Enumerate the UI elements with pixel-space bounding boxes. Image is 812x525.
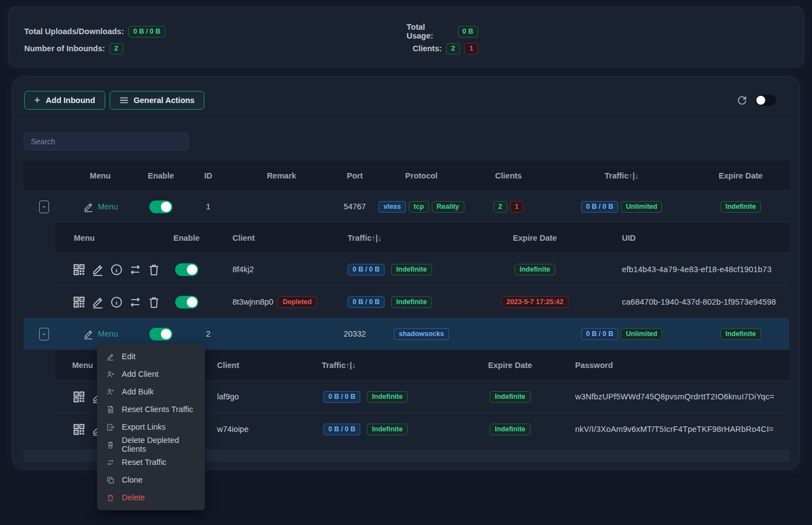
info-icon[interactable]: [110, 263, 123, 277]
stat-label: Total Usage:: [407, 23, 453, 40]
security-tag: Reality: [432, 201, 464, 213]
general-actions-label: General Actions: [134, 96, 195, 105]
inbound-port: 54767: [332, 202, 377, 211]
inbounds-card: + Add Inbound General Actions Menu Enabl…: [12, 76, 800, 469]
stats-card: Total Uploads/Downloads: 0 B / 0 B Numbe…: [8, 7, 804, 67]
trash-lines-icon: [106, 441, 115, 449]
inbounds-table-header: Menu Enable ID Remark Port Protocol Clie…: [24, 161, 789, 191]
header-enable: Enable: [166, 234, 207, 242]
protocol-tag: shadowsocks: [394, 328, 449, 340]
search-section: [13, 120, 799, 150]
qr-code-icon[interactable]: [72, 263, 86, 277]
menu-item-edit[interactable]: Edit: [97, 348, 205, 365]
menu-link-label: Menu: [98, 202, 118, 211]
client-name: laf9go: [204, 392, 309, 401]
header-traffic-sortable[interactable]: Traffic↑|↓: [309, 234, 474, 242]
delete-icon[interactable]: [147, 295, 161, 309]
edit-pencil-icon[interactable]: [91, 263, 105, 277]
person-star-icon: [106, 388, 115, 396]
header-menu: Menu: [56, 234, 166, 242]
person-plus-icon: [106, 370, 115, 378]
client-uid: efb14b43-4a79-4e83-ef18-e48cf1901b73: [596, 265, 789, 274]
collapse-row-button[interactable]: -: [39, 201, 49, 213]
add-inbound-button[interactable]: + Add Inbound: [24, 91, 105, 110]
collapse-row-button[interactable]: -: [39, 328, 49, 340]
traffic-total-tag: Indefinite: [367, 424, 408, 435]
header-client: Client: [207, 234, 309, 242]
traffic-tag: 0 B / 0 B: [323, 391, 360, 403]
menu-item-clone[interactable]: Clone: [97, 471, 205, 489]
stat-value-badge: 0 B: [458, 26, 478, 37]
traffic-total-tag: Indefinite: [367, 391, 408, 403]
qr-code-icon[interactable]: [72, 423, 86, 436]
traffic-tag: 0 B / 0 B: [581, 201, 618, 213]
expire-tag: Indefinite: [515, 264, 555, 275]
header-menu: Menu: [64, 171, 136, 180]
toolbar: + Add Inbound General Actions: [13, 77, 799, 120]
expire-tag: 2023-5-7 17:25:42: [501, 296, 569, 308]
stat-label: Number of Inbounds:: [24, 44, 105, 53]
inbound-id: 2: [186, 329, 231, 338]
qr-code-icon[interactable]: [72, 390, 86, 404]
client-name: 8f4kj2: [207, 265, 309, 274]
menu-item-add-bulk[interactable]: Add Bulk: [97, 383, 205, 400]
add-inbound-label: Add Inbound: [46, 96, 95, 105]
header-password: Password: [557, 361, 789, 370]
menu-item-reset-clients-traffic[interactable]: Reset Clients Traffic: [97, 400, 205, 418]
general-actions-button[interactable]: General Actions: [110, 91, 205, 110]
edit-pencil-icon[interactable]: [91, 295, 105, 309]
network-tag: tcp: [409, 201, 429, 213]
dark-mode-toggle[interactable]: [755, 95, 776, 106]
info-icon[interactable]: [110, 295, 123, 309]
client-row: 8f4kj2 0 B / 0 B Indefinite Indefinite e…: [56, 253, 789, 285]
delete-icon[interactable]: [147, 263, 161, 277]
inbound-id: 1: [186, 202, 231, 211]
inbound-enable-toggle[interactable]: [149, 328, 172, 340]
traffic-total-tag: Indefinite: [391, 264, 432, 275]
clients-depleted-badge: 1: [464, 43, 478, 55]
client-enable-toggle[interactable]: [175, 296, 198, 308]
expire-tag: Indefinite: [490, 391, 530, 403]
traffic-tag: 0 B / 0 B: [323, 424, 360, 435]
menu-item-reset-traffic[interactable]: Reset Traffic: [97, 453, 205, 471]
expire-tag: Indefinite: [721, 201, 761, 213]
client-enable-toggle[interactable]: [175, 263, 198, 276]
edit-pencil-icon: [83, 328, 94, 340]
inbound-menu-link[interactable]: Menu: [83, 201, 118, 213]
menu-link-label: Menu: [98, 329, 118, 338]
stat-value-badge: 0 B / 0 B: [128, 26, 165, 37]
search-input[interactable]: [24, 132, 189, 150]
export-icon: [106, 423, 115, 431]
header-traffic-sortable[interactable]: Traffic↑|↓: [551, 171, 692, 180]
header-id: ID: [186, 171, 231, 180]
menu-item-add-client[interactable]: Add Client: [97, 365, 205, 383]
hamburger-icon: [120, 96, 128, 104]
menu-item-delete[interactable]: Delete: [97, 489, 205, 506]
client-uid: ca68470b-1940-437d-802b-1f9573e94598: [596, 297, 789, 306]
panel-page: Total Uploads/Downloads: 0 B / 0 B Numbe…: [0, 0, 812, 469]
reset-traffic-icon[interactable]: [128, 295, 142, 309]
reset-traffic-icon[interactable]: [128, 263, 142, 277]
protocol-tag: vless: [378, 201, 405, 213]
refresh-icon[interactable]: [737, 95, 748, 106]
inbound-enable-toggle[interactable]: [149, 201, 172, 213]
reset-arrows-icon: [106, 458, 115, 467]
menu-item-export-links[interactable]: Export Links: [97, 418, 205, 436]
stat-label: Total Uploads/Downloads:: [24, 27, 124, 36]
inbound-menu-link[interactable]: Menu: [83, 328, 118, 340]
trash-icon: [106, 494, 115, 502]
clients-active-badge: 2: [446, 43, 460, 55]
header-traffic-sortable[interactable]: Traffic↑|↓: [309, 361, 463, 370]
qr-code-icon[interactable]: [72, 295, 86, 309]
inbound-row-1: - Menu 1 54767 vless tcp Reality 2: [24, 191, 789, 222]
plus-icon: +: [34, 94, 40, 106]
stats-right: Total Usage: 0 B Clients: 2 1: [407, 24, 478, 58]
client-row: 8t3wjnn8p0 Depleted 0 B / 0 B Indefinite…: [56, 285, 789, 318]
client-password: w3NfbzUPf5WWd745Q8pvsmQrdrttT2IO6knuI7Di…: [557, 392, 789, 401]
edit-pencil-icon: [83, 201, 94, 213]
header-expire-date: Expire Date: [474, 234, 596, 242]
menu-item-delete-depleted-clients[interactable]: Delete Depleted Clients: [97, 436, 205, 453]
header-clients: Clients: [465, 171, 551, 180]
header-expire-date: Expire Date: [692, 171, 789, 180]
traffic-total-tag: Unlimited: [621, 201, 662, 213]
